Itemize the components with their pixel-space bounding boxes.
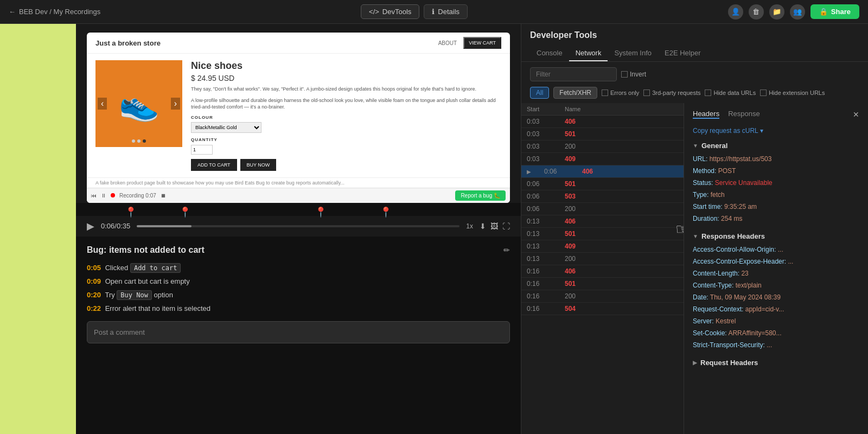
server-key: Server: <box>693 317 714 325</box>
step-4-text: Error alert that no item is selected <box>105 304 210 312</box>
col-name-header: Name <box>565 106 678 112</box>
response-arrow[interactable]: ▼ <box>693 233 698 239</box>
close-icon[interactable]: ✕ <box>853 110 859 119</box>
table-row[interactable]: 0:16 501 <box>521 278 684 290</box>
tab-response[interactable]: Response <box>728 110 760 119</box>
errors-only-checkbox[interactable]: Errors only <box>602 90 639 96</box>
details-label: Details <box>438 8 459 16</box>
row-start: 0:06 <box>527 193 554 200</box>
details-button[interactable]: ℹ Details <box>424 4 468 19</box>
request-section-header: ▶ Request Headers <box>693 359 859 367</box>
row-start: 0:03 <box>527 118 554 125</box>
step-3-code: Buy Now <box>117 290 152 300</box>
trash-icon[interactable]: 🗑 <box>749 4 764 20</box>
invert-checkbox-box <box>621 71 628 78</box>
step-2: 0:09 Open cart but cart is empty <box>87 277 510 285</box>
server-val: Kestrel <box>716 317 736 325</box>
download-button[interactable]: ⬇ <box>480 222 486 231</box>
filter-all-button[interactable]: All <box>530 87 549 99</box>
devtools-button[interactable]: </> DevTools <box>361 4 419 19</box>
marker-2[interactable]: 📍 <box>179 206 191 218</box>
breadcrumb: BEB Dev / My Recordings <box>19 8 100 16</box>
invert-checkbox[interactable]: Invert <box>621 71 646 78</box>
table-row[interactable]: 0:03 409 <box>521 153 684 165</box>
fake-product: 👟 ‹ › Nice shoes $ 24.95 USD <box>87 54 510 177</box>
devtools-header: Developer Tools Console Network System I… <box>521 24 868 62</box>
bug-title-row: Bug: items not added to cart ✏ <box>87 245 510 255</box>
marker-4[interactable]: 📍 <box>380 206 392 218</box>
method-val: POST <box>718 167 736 175</box>
report-bug-button[interactable]: Report a bug 🐛 <box>455 190 506 201</box>
marker-1[interactable]: 📍 <box>125 206 137 218</box>
tab-network[interactable]: Network <box>569 46 608 61</box>
general-section-header: ▼ General <box>693 142 859 150</box>
screenshot-button[interactable]: 🖼 <box>490 222 498 231</box>
marker-3[interactable]: 📍 <box>315 206 327 218</box>
colour-select[interactable]: Black/Metallic Gold <box>191 122 261 133</box>
table-row[interactable]: 0:13 200 <box>521 253 684 265</box>
fullscreen-button[interactable]: ⛶ <box>502 222 510 231</box>
general-title: General <box>701 142 727 150</box>
table-row[interactable]: 0:13 406 ☞ <box>521 215 684 228</box>
avatar[interactable]: 👤 <box>728 4 743 20</box>
request-title: Request Headers <box>700 359 758 367</box>
sc-key: Set-Cookie: <box>693 329 727 337</box>
share-folder-icon[interactable]: 📁 <box>769 4 784 20</box>
filter-fetch-button[interactable]: Fetch/XHR <box>553 87 597 99</box>
step-3-after: option <box>154 291 173 299</box>
prev-arrow[interactable]: ‹ <box>98 98 107 110</box>
preview-area: Just a broken store ABOUT VIEW CART 👟 ‹ … <box>76 24 521 203</box>
response-title: Response Headers <box>701 232 765 240</box>
table-row[interactable]: 0:16 406 <box>521 265 684 278</box>
request-arrow[interactable]: ▶ <box>693 360 697 366</box>
share-button[interactable]: 🔒 Share <box>810 4 859 19</box>
copy-curl-row: Copy request as cURL ▾ <box>693 125 859 135</box>
back-button[interactable]: ← BEB Dev / My Recordings <box>9 8 100 16</box>
row-status: 200 <box>565 292 576 300</box>
hide-ext-urls-checkbox[interactable]: Hide extension URLs <box>760 90 825 96</box>
left-sidebar <box>0 24 76 434</box>
table-row[interactable]: 0:06 503 <box>521 190 684 203</box>
timeline-track[interactable] <box>137 225 459 227</box>
copy-curl-button[interactable]: Copy request as cURL ▾ <box>693 127 763 135</box>
next-arrow[interactable]: › <box>171 98 180 110</box>
edit-icon[interactable]: ✏ <box>503 246 510 254</box>
time-display: 0:06/0:35 <box>101 222 130 230</box>
table-row[interactable]: 0:16 200 <box>521 290 684 303</box>
table-row[interactable]: 0:06 200 <box>521 203 684 215</box>
comment-input[interactable]: Post a comment <box>87 321 510 343</box>
play-button[interactable]: ▶ <box>87 220 94 232</box>
hide-data-urls-checkbox[interactable]: Hide data URLs <box>705 90 756 96</box>
table-row[interactable]: 0:03 501 <box>521 128 684 141</box>
add-to-cart-button[interactable]: ADD TO CART <box>191 159 237 171</box>
row-start: 0:16 <box>527 267 554 275</box>
tab-headers[interactable]: Headers <box>693 110 719 119</box>
table-row[interactable]: 0:03 406 <box>521 116 684 128</box>
recording-frame: Just a broken store ABOUT VIEW CART 👟 ‹ … <box>87 33 510 203</box>
third-party-checkbox[interactable]: 3rd-party requests <box>643 90 700 96</box>
user-add-icon[interactable]: 👥 <box>790 4 805 20</box>
table-row[interactable]: 0:06 501 <box>521 178 684 190</box>
tab-e2e-helper[interactable]: E2E Helper <box>658 46 707 61</box>
buy-now-button[interactable]: BUY NOW <box>240 159 277 171</box>
qty-input[interactable] <box>191 145 213 155</box>
tab-console[interactable]: Console <box>530 46 569 61</box>
status-item: Status: Service Unavailable <box>693 178 859 188</box>
headers-panel: Headers Response ✕ Copy request as cURL … <box>684 103 868 434</box>
about-link[interactable]: ABOUT <box>438 40 457 46</box>
table-row[interactable]: 0:03 200 <box>521 141 684 153</box>
start-time-key: Start time: <box>693 203 723 210</box>
table-row[interactable]: 0:16 504 <box>521 303 684 315</box>
table-row-selected[interactable]: ▶ 0:06 406 <box>521 165 684 178</box>
speed-button[interactable]: 1x <box>466 222 473 230</box>
general-arrow[interactable]: ▼ <box>693 143 698 149</box>
sc-val: ARRAffinity=580... <box>728 329 781 337</box>
hide-data-urls-label: Hide data URLs <box>713 90 756 96</box>
tab-system-info[interactable]: System Info <box>608 46 658 61</box>
step-1-code: Add to cart <box>130 263 181 273</box>
view-cart-button[interactable]: VIEW CART <box>463 37 501 49</box>
table-row[interactable]: 0:13 409 <box>521 240 684 253</box>
dot-3 <box>143 139 146 143</box>
table-row[interactable]: 0:13 501 <box>521 228 684 240</box>
filter-input[interactable] <box>530 67 617 81</box>
